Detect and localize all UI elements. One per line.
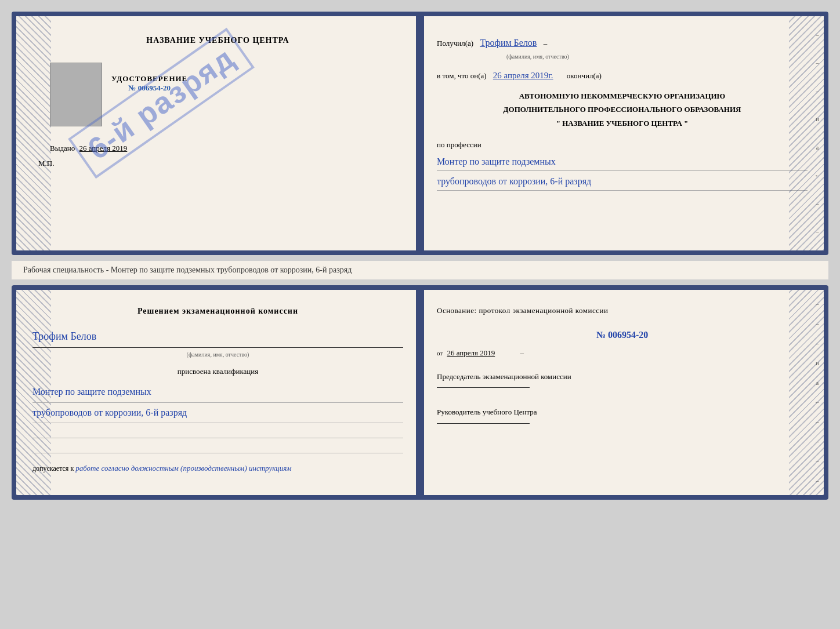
empty-line-2 bbox=[32, 441, 403, 453]
date-value: 26 апреля 2019г. bbox=[493, 71, 553, 80]
stamp-text: 6-й разряд bbox=[68, 28, 255, 179]
cert-top-left: НАЗВАНИЕ УЧЕБНОГО ЦЕНТРА 6-й разряд УДОС… bbox=[16, 16, 419, 250]
poluchil-name: Трофим Белов bbox=[480, 38, 537, 48]
poluchil-label: Получил(а) bbox=[437, 39, 473, 48]
org-line2: ДОПОЛНИТЕЛЬНОГО ПРОФЕССИОНАЛЬНОГО ОБРАЗО… bbox=[437, 103, 808, 116]
org-block: АВТОНОМНУЮ НЕКОММЕРЧЕСКУЮ ОРГАНИЗАЦИЮ ДО… bbox=[437, 89, 808, 130]
vtom-row: в том, что он(а) 26 апреля 2019г. окончи… bbox=[437, 68, 808, 83]
bottom-certificate: Решением экзаменационной комиссии Трофим… bbox=[12, 285, 828, 500]
profession-line1: Монтер по защите подземных bbox=[437, 154, 808, 171]
dash1: – bbox=[544, 39, 548, 48]
bottom-name: Трофим Белов bbox=[32, 326, 403, 346]
vydano-label: Выдано bbox=[50, 144, 75, 152]
dopuskaetsya-label: допускается к bbox=[32, 464, 74, 472]
dopuskaetsya-value: работе согласно должностным (производств… bbox=[75, 464, 291, 472]
osnovanie-label: Основание: протокол экзаменационной коми… bbox=[437, 304, 808, 318]
vtom-label: в том, что он(а) bbox=[437, 71, 487, 80]
org-line1: АВТОНОМНУЮ НЕКОММЕРЧЕСКУЮ ОРГАНИЗАЦИЮ bbox=[437, 89, 808, 103]
org-line3: " НАЗВАНИЕ УЧЕБНОГО ЦЕНТРА " bbox=[437, 117, 808, 130]
qual-line1: Монтер по защите подземных bbox=[32, 383, 403, 402]
predsedatel-block: Председатель экзаменационной комиссии bbox=[437, 370, 808, 388]
qual-line2: трубопроводов от коррозии, 6-й разряд bbox=[32, 404, 403, 423]
cert-bottom-left: Решением экзаменационной комиссии Трофим… bbox=[16, 290, 419, 495]
po-professii: по профессии bbox=[437, 138, 808, 151]
ot-row: от 26 апреля 2019 – bbox=[437, 346, 808, 361]
profession-line2: трубопроводов от коррозии, 6-й разряд bbox=[437, 173, 808, 191]
rukovoditel-label: Руководитель учебного Центра bbox=[437, 405, 808, 420]
dopuskaetsya-block: допускается к работе согласно должностны… bbox=[32, 461, 403, 476]
cert-bottom-right: Основание: протокол экзаменационной коми… bbox=[419, 290, 824, 495]
rukovoditel-signature-line bbox=[437, 423, 530, 424]
poluchil-row: Получил(а) Трофим Белов – (фамилия, имя,… bbox=[437, 35, 808, 62]
rukovoditel-block: Руководитель учебного Центра bbox=[437, 405, 808, 424]
right-edge-marks: – – – и а ← – – bbox=[814, 16, 820, 250]
ot-label: от bbox=[437, 350, 443, 357]
ot-date: 26 апреля 2019 bbox=[447, 348, 495, 357]
page-wrapper: НАЗВАНИЕ УЧЕБНОГО ЦЕНТРА 6-й разряд УДОС… bbox=[12, 12, 828, 500]
name-block: Трофим Белов (фамилия, имя, отчество) bbox=[32, 326, 403, 360]
okonchil-label: окончил(а) bbox=[567, 71, 602, 80]
protocol-num: № 006954-20 bbox=[437, 326, 808, 344]
top-certificate: НАЗВАНИЕ УЧЕБНОГО ЦЕНТРА 6-й разряд УДОС… bbox=[12, 12, 828, 255]
bottom-fio-sub: (фамилия, имя, отчество) bbox=[32, 347, 403, 360]
prisvoena-label: присвоена квалификация bbox=[32, 365, 403, 379]
predsedatel-label: Председатель экзаменационной комиссии bbox=[437, 370, 808, 384]
mp-label: М.П. bbox=[38, 159, 54, 168]
bottom-right-edge-marks: – – – и а ← – – – – bbox=[814, 290, 820, 495]
fio-sub: (фамилия, имя, отчество) bbox=[506, 52, 808, 62]
empty-line-1 bbox=[32, 426, 403, 438]
predsedatel-signature-line bbox=[437, 387, 530, 388]
middle-label: Рабочая специальность - Монтер по защите… bbox=[12, 261, 828, 279]
diagonal-stamp: 6-й разряд bbox=[70, 17, 253, 190]
reshenie-header: Решением экзаменационной комиссии bbox=[32, 304, 403, 319]
cert-top-right: Получил(а) Трофим Белов – (фамилия, имя,… bbox=[419, 16, 824, 250]
